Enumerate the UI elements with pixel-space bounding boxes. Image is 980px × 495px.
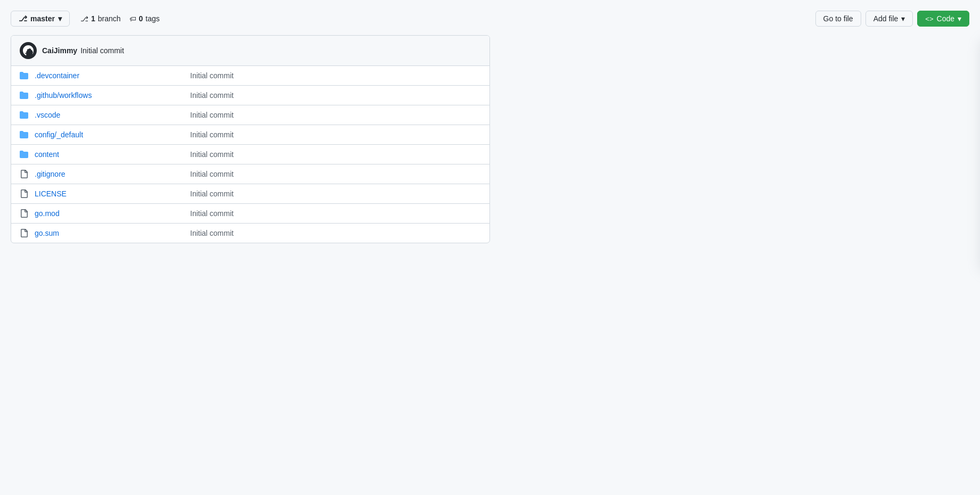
file-table: CaiJimmy Initial commit .devcontainerIni… [11, 35, 490, 243]
folder-icon [20, 130, 28, 139]
code-angle-icon: <> [925, 15, 933, 23]
add-file-arrow-icon: ▾ [901, 14, 905, 23]
right-actions: Go to file Add file ▾ <> Code ▾ [815, 11, 969, 27]
folder-icon [20, 71, 28, 80]
table-row[interactable]: .github/workflowsInitial commit [11, 86, 489, 105]
file-icon [20, 229, 28, 237]
code-arrow-icon: ▾ [958, 14, 961, 23]
avatar [20, 42, 37, 59]
file-commit-message: Initial commit [190, 189, 481, 198]
branch-label: branch [98, 14, 121, 23]
commit-username: CaiJimmy [42, 46, 77, 55]
commit-message: Initial commit [80, 46, 124, 55]
file-commit-message: Initial commit [190, 130, 481, 139]
table-row[interactable]: contentInitial commit [11, 145, 489, 164]
folder-icon [20, 111, 28, 119]
file-name[interactable]: .devcontainer [35, 71, 184, 80]
branches-link[interactable]: ⎇ 1 branch [80, 14, 121, 23]
go-to-file-button[interactable]: Go to file [815, 11, 861, 27]
file-name[interactable]: go.sum [35, 229, 184, 237]
folder-icon [20, 150, 28, 159]
toolbar: ⎇ master ▾ ⎇ 1 branch 🏷 0 tags Go to fil… [11, 11, 969, 27]
add-file-label: Add file [873, 14, 899, 23]
tags-link[interactable]: 🏷 0 tags [129, 14, 160, 23]
file-rows-container: .devcontainerInitial commit.github/workf… [11, 66, 489, 243]
commit-header: CaiJimmy Initial commit [11, 36, 489, 66]
table-row[interactable]: .vscodeInitial commit [11, 105, 489, 125]
table-row[interactable]: .devcontainerInitial commit [11, 66, 489, 86]
table-row[interactable]: config/_defaultInitial commit [11, 125, 489, 145]
file-commit-message: Initial commit [190, 111, 481, 119]
folder-icon [20, 91, 28, 100]
file-icon [20, 209, 28, 218]
code-label: Code [937, 14, 954, 23]
branch-icon: ⎇ [19, 14, 27, 23]
file-name[interactable]: .github/workflows [35, 91, 184, 100]
file-commit-message: Initial commit [190, 209, 481, 218]
tags-icon: 🏷 [129, 15, 136, 23]
file-commit-message: Initial commit [190, 170, 481, 178]
branch-count: 1 [91, 14, 95, 23]
branch-selector-button[interactable]: ⎇ master ▾ [11, 11, 70, 27]
file-icon [20, 170, 28, 178]
meta-links: ⎇ 1 branch 🏷 0 tags [80, 14, 160, 23]
file-name[interactable]: content [35, 150, 184, 159]
add-file-button[interactable]: Add file ▾ [865, 11, 913, 27]
tags-label: tags [145, 14, 159, 23]
file-name[interactable]: config/_default [35, 130, 184, 139]
file-icon [20, 189, 28, 198]
tags-count: 0 [139, 14, 143, 23]
file-commit-message: Initial commit [190, 71, 481, 80]
table-row[interactable]: go.sumInitial commit [11, 224, 489, 243]
file-name[interactable]: .vscode [35, 111, 184, 119]
file-commit-message: Initial commit [190, 91, 481, 100]
file-name[interactable]: go.mod [35, 209, 184, 218]
file-name[interactable]: LICENSE [35, 189, 184, 198]
file-name[interactable]: .gitignore [35, 170, 184, 178]
code-button[interactable]: <> Code ▾ [917, 11, 969, 27]
table-row[interactable]: go.modInitial commit [11, 204, 489, 224]
table-row[interactable]: .gitignoreInitial commit [11, 164, 489, 184]
file-commit-message: Initial commit [190, 229, 481, 237]
main-layout: CaiJimmy Initial commit .devcontainerIni… [11, 35, 969, 243]
branch-name: master [30, 14, 55, 23]
table-row[interactable]: LICENSEInitial commit [11, 184, 489, 204]
file-commit-message: Initial commit [190, 150, 481, 159]
commit-info: CaiJimmy Initial commit [42, 46, 124, 55]
branch-arrow-icon: ▾ [58, 14, 62, 23]
go-to-file-label: Go to file [823, 14, 853, 23]
branch-count-icon: ⎇ [80, 15, 88, 23]
